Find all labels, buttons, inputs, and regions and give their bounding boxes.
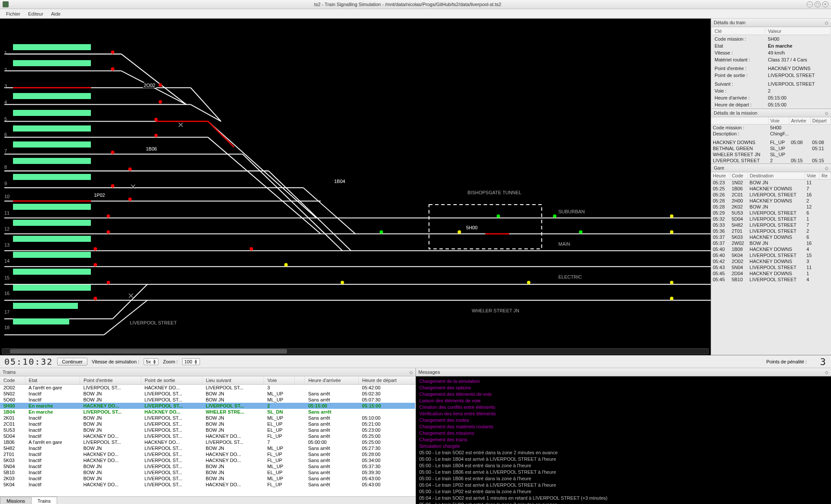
col-key: Clé	[712, 28, 764, 35]
collapse-icon[interactable]: ◇	[825, 20, 828, 25]
svg-point-33	[106, 214, 110, 218]
svg-point-41	[341, 281, 344, 284]
svg-point-24	[111, 67, 114, 71]
menubar: Fichier Editeur Aide	[0, 9, 831, 19]
table-row[interactable]: 2K01InactifBOW JNLIVERPOOL ST...BOW JNML…	[0, 415, 415, 421]
horizontal-scrollbar[interactable]	[2, 348, 709, 354]
table-row[interactable]: 5K03InactifHACKNEY DO...LIVERPOOL ST...H…	[0, 457, 415, 463]
svg-point-30	[128, 167, 132, 171]
menu-help[interactable]: Aide	[48, 10, 64, 17]
window-titlebar: ts2 - Train Signalling Simulation - /mnt…	[0, 0, 831, 9]
list-item[interactable]: 05:375K03HACKNEY DOWNS6	[711, 234, 831, 240]
collapse-icon[interactable]: ◇	[825, 370, 828, 375]
panel-title: Gare	[714, 165, 724, 170]
list-item[interactable]: 05:422O02HACKNEY DOWNS3	[711, 258, 831, 264]
tab-trains[interactable]: Trains	[31, 497, 57, 504]
table-row[interactable]: 2T01InactifHACKNEY DO...LIVERPOOL ST...H…	[0, 451, 415, 457]
train-code[interactable]: 5H00	[465, 225, 478, 230]
panel-title: Détails de la mission	[714, 110, 757, 116]
table-row[interactable]: 5K04InactifHACKNEY DO...LIVERPOOL ST...H…	[0, 482, 415, 488]
svg-point-36	[93, 263, 97, 266]
list-item[interactable]: 05:452D04HACKNEY DOWNS1	[711, 270, 831, 276]
trains-list-panel: Trains◇ CodeEtatPoint d'entréePoint de s…	[0, 368, 416, 504]
train-code[interactable]: 1B04	[333, 179, 346, 184]
list-item[interactable]: 05:282K02BOW JN12	[711, 204, 831, 210]
list-item[interactable]: 05:325D04LIVERPOOL STREET1	[711, 216, 831, 222]
label-wheler: WHELER STREET JN	[472, 308, 519, 313]
track-diagram[interactable]: 12 34 56 78 910 1112 1314 1516 1718 BISH…	[0, 19, 711, 355]
list-item[interactable]: 05:231N02BOW JN11	[711, 180, 831, 186]
table-row[interactable]: 1B04En marcheLIVERPOOL ST...HACKNEY DO..…	[0, 409, 415, 415]
train-code[interactable]: 1B06	[145, 146, 158, 151]
close-icon[interactable]: ×	[822, 1, 828, 7]
table-row[interactable]: 5N04InactifBOW JNLIVERPOOL ST...BOW JNML…	[0, 463, 415, 469]
svg-point-51	[670, 297, 673, 300]
zoom-spinner[interactable]: 100▲▼	[182, 358, 200, 365]
zoom-label: Zoom :	[163, 359, 177, 364]
list-item[interactable]: 05:251B06HACKNEY DOWNS7	[711, 186, 831, 192]
svg-point-38	[93, 297, 97, 300]
list-item[interactable]: 05:435N04LIVERPOOL STREET11	[711, 264, 831, 270]
list-item[interactable]: 05:335H82LIVERPOOL STREET7	[711, 222, 831, 228]
sim-speed-label: Vitesse de simulation :	[92, 359, 139, 364]
maximize-icon[interactable]: □	[815, 1, 821, 7]
list-item[interactable]: 05:282H00HACKNEY DOWNS2	[711, 198, 831, 204]
svg-point-35	[93, 247, 97, 250]
collapse-icon[interactable]: ◇	[825, 111, 828, 116]
list-item[interactable]: 05:372W02BOW JN16	[711, 240, 831, 246]
list-item[interactable]: 05:405K04LIVERPOOL STREET15	[711, 252, 831, 258]
panel-title: Messages	[419, 369, 440, 375]
menu-editor[interactable]: Editeur	[25, 10, 47, 17]
list-item[interactable]: 05:362T01LIVERPOOL STREET2	[711, 228, 831, 234]
sim-speed-spinner[interactable]: 5x▲▼	[144, 358, 159, 365]
menu-file[interactable]: Fichier	[3, 10, 24, 17]
table-row[interactable]: 5H82InactifBOW JNLIVERPOOL ST...BOW JNML…	[0, 445, 415, 451]
list-item[interactable]: 05:262C01LIVERPOOL STREET16	[711, 192, 831, 198]
svg-rect-18	[429, 205, 541, 249]
table-row[interactable]: 1B06A l'arrêt en gareLIVERPOOL ST...HACK…	[0, 439, 415, 445]
svg-point-45	[553, 214, 557, 218]
train-code[interactable]: 2O02	[143, 83, 156, 88]
table-row[interactable]: 5B10InactifBOW JNLIVERPOOL ST...BOW JNEL…	[0, 469, 415, 475]
control-bar: 05:10:32 Continuer Vitesse de simulation…	[0, 355, 831, 368]
table-row[interactable]: 2K03InactifBOW JNLIVERPOOL ST...BOW JNML…	[0, 475, 415, 482]
panel-title: Trains	[3, 369, 16, 375]
svg-point-32	[128, 198, 132, 201]
svg-point-29	[111, 151, 114, 154]
label-electric: ELECTRIC	[558, 274, 582, 279]
penalty-label: Points de pénalité :	[766, 359, 807, 364]
svg-point-49	[670, 230, 673, 234]
svg-point-47	[527, 281, 530, 284]
train-code[interactable]: 1P02	[93, 193, 106, 198]
table-row[interactable]: 5N02InactifBOW JNLIVERPOOL ST...BOW JNML…	[0, 391, 415, 397]
station-panel: Gare◇ HeureCodeDestinationVoieRe05:231N0…	[711, 164, 831, 355]
svg-point-34	[106, 230, 110, 234]
col-value: Valeur	[765, 28, 830, 35]
table-row[interactable]: 5H00En marcheHACKNEY DO...LIVERPOOL ST..…	[0, 403, 415, 409]
svg-point-48	[670, 214, 673, 218]
list-item[interactable]: 05:401B08HACKNEY DOWNS4	[711, 246, 831, 252]
svg-point-42	[380, 230, 383, 234]
table-row[interactable]: 2C01InactifBOW JNLIVERPOOL ST...BOW JNEL…	[0, 421, 415, 427]
train-details-panel: Détails du train◇ CléValeur Code mission…	[711, 19, 831, 109]
svg-point-26	[158, 100, 162, 103]
messages-panel: Messages◇ Chargement de la simulationCha…	[416, 368, 831, 504]
svg-point-27	[154, 118, 158, 121]
mission-details-panel: Détails de la mission◇ VoieArrivéeDépart…	[711, 109, 831, 164]
svg-point-25	[158, 83, 162, 87]
tab-missions[interactable]: Missions	[0, 497, 32, 504]
list-item[interactable]: 05:295U53LIVERPOOL STREET6	[711, 210, 831, 216]
table-row[interactable]: 5O60InactifBOW JNLIVERPOOL ST...BOW JNML…	[0, 397, 415, 403]
app-icon	[3, 1, 9, 7]
table-row[interactable]: 5D04InactifHACKNEY DO...LIVERPOOL ST...H…	[0, 433, 415, 439]
table-row[interactable]: 5U53InactifBOW JNLIVERPOOL ST...BOW JNEL…	[0, 427, 415, 433]
svg-point-50	[670, 281, 673, 284]
label-suburban: SUBURBAN	[558, 209, 585, 214]
messages-log[interactable]: Chargement de la simulationChargement de…	[416, 376, 831, 504]
continue-button[interactable]: Continuer	[57, 358, 87, 366]
list-item[interactable]: 05:455B10LIVERPOOL STREET4	[711, 276, 831, 282]
table-row[interactable]: 2O02A l'arrêt en gareLIVERPOOL ST...HACK…	[0, 385, 415, 391]
collapse-icon[interactable]: ◇	[825, 166, 828, 170]
collapse-icon[interactable]: ◇	[409, 370, 413, 375]
minimize-icon[interactable]: –	[807, 1, 813, 7]
